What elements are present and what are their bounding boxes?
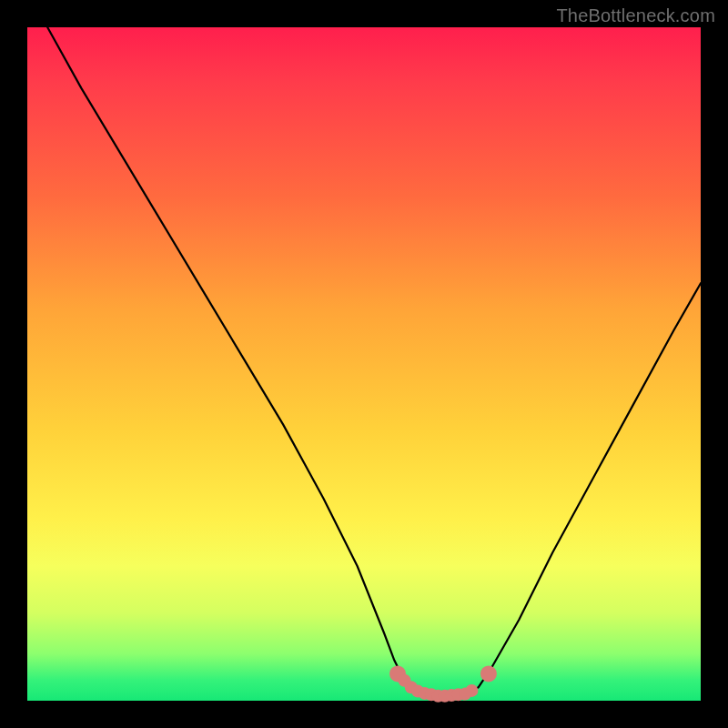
valley-marker <box>480 665 497 682</box>
bottleneck-curve <box>47 27 701 696</box>
plot-area <box>27 27 701 701</box>
valley-marker <box>465 684 478 697</box>
curve-layer <box>27 27 701 701</box>
chart-frame: TheBottleneck.com <box>0 0 728 728</box>
watermark-text: TheBottleneck.com <box>556 5 715 26</box>
